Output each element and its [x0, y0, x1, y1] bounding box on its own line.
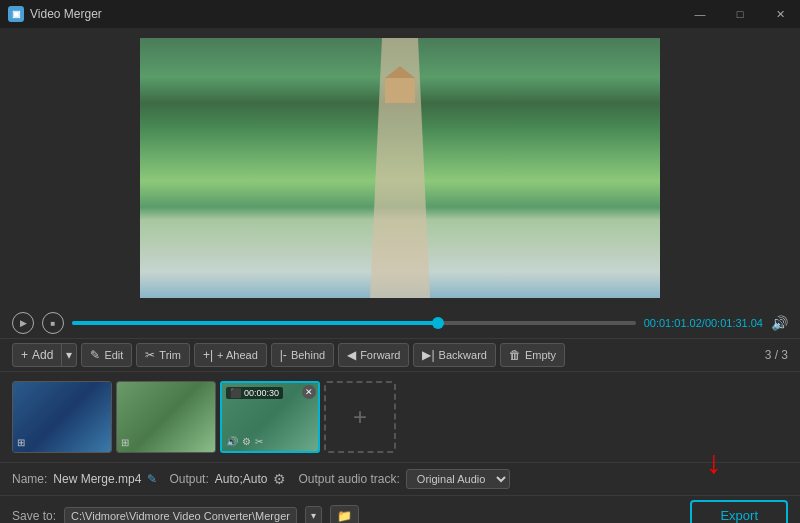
clip-3-close-button[interactable]: ✕ [302, 385, 316, 399]
close-button[interactable]: ✕ [760, 0, 800, 28]
scrubber-fill [72, 321, 438, 325]
clip-strip: ⊞ ⊞ ⬛ 00:00:30 ✕ 🔊 ⚙ ✂ + [0, 372, 800, 462]
behind-icon: |- [280, 348, 287, 362]
clip-thumbnail-1 [13, 382, 111, 452]
save-label: Save to: [12, 509, 56, 523]
clip-1-icons: ⊞ [17, 437, 25, 448]
path-dropdown-button[interactable]: ▾ [305, 506, 322, 523]
trim-icon: ✂ [145, 348, 155, 362]
clip-2-icons: ⊞ [121, 437, 129, 448]
clip-item-1[interactable]: ⊞ [12, 381, 112, 453]
ahead-icon: +| [203, 348, 213, 362]
edit-button[interactable]: ✎ Edit [81, 343, 132, 367]
output-gear-icon[interactable]: ⚙ [273, 471, 286, 487]
clip-item-2[interactable]: ⊞ [116, 381, 216, 453]
name-edit-icon[interactable]: ✎ [147, 472, 157, 486]
ahead-label: + Ahead [217, 349, 258, 361]
main-content: ▶ ■ 00:01:01.02/00:01:31.04 🔊 + Add ▾ ✎ … [0, 28, 800, 523]
export-button[interactable]: Export [690, 500, 788, 523]
clip-1-grid-icon: ⊞ [17, 437, 25, 448]
scrubber-thumb[interactable] [432, 317, 444, 329]
audio-field: Output audio track: Original Audio [298, 469, 509, 489]
output-field: Output: Auto;Auto ⚙ [169, 471, 286, 487]
clip-3-audio-icon: 🔊 [226, 436, 238, 447]
name-value: New Merge.mp4 [53, 472, 141, 486]
video-preview-area [0, 28, 800, 308]
audio-label: Output audio track: [298, 472, 399, 486]
empty-label: Empty [525, 349, 556, 361]
scrubber-track[interactable] [72, 321, 636, 325]
current-time: 00:01:01.02/00:01:31.04 [644, 317, 763, 329]
forward-label: Forward [360, 349, 400, 361]
clip-3-bottom-icons: 🔊 ⚙ ✂ [226, 436, 263, 447]
empty-button[interactable]: 🗑 Empty [500, 343, 565, 367]
add-main-button[interactable]: + Add [13, 344, 62, 366]
save-path: C:\Vidmore\Vidmore Video Converter\Merge… [64, 507, 297, 524]
film-icon: ⬛ [230, 388, 241, 398]
trim-button[interactable]: ✂ Trim [136, 343, 190, 367]
trim-label: Trim [159, 349, 181, 361]
ahead-button[interactable]: +| + Ahead [194, 343, 267, 367]
forward-button[interactable]: ◀ Forward [338, 343, 409, 367]
path-folder-button[interactable]: 📁 [330, 505, 359, 524]
maximize-button[interactable]: □ [720, 0, 760, 28]
minimize-button[interactable]: — [680, 0, 720, 28]
add-dropdown-arrow[interactable]: ▾ [62, 344, 76, 366]
add-label: Add [32, 348, 53, 362]
backward-label: Backward [439, 349, 487, 361]
output-value: Auto;Auto [215, 472, 268, 486]
video-background [140, 38, 660, 298]
behind-label: Behind [291, 349, 325, 361]
trash-icon: 🗑 [509, 348, 521, 362]
behind-button[interactable]: |- Behind [271, 343, 334, 367]
timeline-bar: ▶ ■ 00:01:01.02/00:01:31.04 🔊 [0, 308, 800, 338]
clip-3-time: ⬛ 00:00:30 [226, 387, 283, 399]
clip-item-3[interactable]: ⬛ 00:00:30 ✕ 🔊 ⚙ ✂ [220, 381, 320, 453]
info-bar: Name: New Merge.mp4 ✎ Output: Auto;Auto … [0, 462, 800, 495]
output-label: Output: [169, 472, 208, 486]
clip-count: 3 / 3 [765, 348, 788, 362]
clip-3-settings-icon: ⚙ [242, 436, 251, 447]
add-button[interactable]: + Add ▾ [12, 343, 77, 367]
clip-2-grid-icon: ⊞ [121, 437, 129, 448]
plus-icon: + [21, 348, 28, 362]
backward-button[interactable]: ▶| Backward [413, 343, 495, 367]
edit-label: Edit [104, 349, 123, 361]
forward-icon: ◀ [347, 348, 356, 362]
edit-icon: ✎ [90, 348, 100, 362]
clip-3-crop-icon: ✂ [255, 436, 263, 447]
stop-button[interactable]: ■ [42, 312, 64, 334]
app-title: Video Merger [30, 7, 102, 21]
app-icon: ▣ [8, 6, 24, 22]
clip-3-duration: 00:00:30 [244, 388, 279, 398]
window-controls: — □ ✕ [680, 0, 800, 28]
save-bar: Save to: C:\Vidmore\Vidmore Video Conver… [0, 495, 800, 523]
video-building-overlay [385, 78, 415, 103]
volume-icon[interactable]: 🔊 [771, 315, 788, 331]
video-canvas[interactable] [140, 38, 660, 298]
play-button[interactable]: ▶ [12, 312, 34, 334]
name-field: Name: New Merge.mp4 ✎ [12, 472, 157, 486]
title-bar: ▣ Video Merger — □ ✕ [0, 0, 800, 28]
add-clip-button[interactable]: + [324, 381, 396, 453]
toolbar: + Add ▾ ✎ Edit ✂ Trim +| + Ahead |- Behi… [0, 338, 800, 372]
audio-select[interactable]: Original Audio [406, 469, 510, 489]
backward-icon: ▶| [422, 348, 434, 362]
clip-thumbnail-2 [117, 382, 215, 452]
name-label: Name: [12, 472, 47, 486]
